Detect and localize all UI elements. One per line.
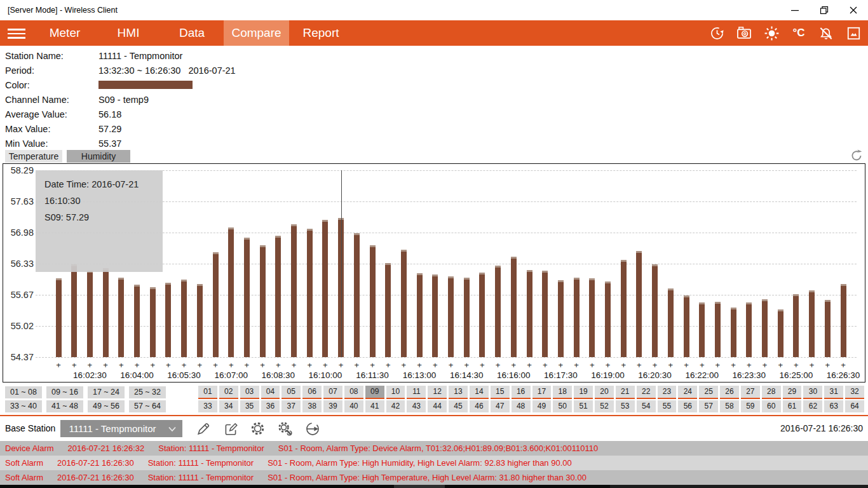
sync-arrow-icon[interactable] <box>304 420 321 437</box>
bar[interactable] <box>809 290 815 357</box>
bar[interactable] <box>213 252 219 357</box>
channel-10[interactable]: 10 <box>386 386 405 399</box>
channel-60[interactable]: 60 <box>762 400 781 412</box>
bar[interactable] <box>558 280 564 357</box>
channel-59[interactable]: 59 <box>741 400 760 412</box>
channel-23[interactable]: 23 <box>658 386 677 399</box>
bar[interactable] <box>181 280 187 357</box>
channel-39[interactable]: 39 <box>323 400 342 412</box>
channel-52[interactable]: 52 <box>595 400 614 412</box>
channel-51[interactable]: 51 <box>574 400 593 412</box>
channel-32[interactable]: 32 <box>845 386 864 399</box>
gear-wrench-icon[interactable] <box>276 420 294 437</box>
bar[interactable] <box>118 278 124 357</box>
alarm-mute-icon[interactable] <box>818 25 834 41</box>
bar[interactable] <box>684 295 689 357</box>
bar[interactable] <box>589 278 595 358</box>
bar[interactable] <box>228 227 234 357</box>
bar[interactable] <box>652 264 658 357</box>
bar[interactable] <box>825 300 831 357</box>
bar[interactable] <box>354 233 360 357</box>
bar[interactable] <box>715 302 721 357</box>
range-button-01~08[interactable]: 01 ~ 08 <box>5 386 42 398</box>
channel-03[interactable]: 03 <box>240 386 259 399</box>
channel-50[interactable]: 50 <box>553 400 572 412</box>
restore-button[interactable] <box>810 0 839 20</box>
channel-08[interactable]: 08 <box>344 386 363 399</box>
alarm-row[interactable]: Device Alarm2016-07-21 16:26:32Station: … <box>0 441 868 456</box>
channel-47[interactable]: 47 <box>491 400 510 412</box>
base-station-dropdown[interactable]: 11111 - Tempmonitor <box>60 420 182 437</box>
channel-29[interactable]: 29 <box>783 386 802 399</box>
channel-02[interactable]: 02 <box>219 386 238 399</box>
bar[interactable] <box>495 266 501 357</box>
channel-40[interactable]: 40 <box>344 400 363 412</box>
bar[interactable] <box>574 278 580 357</box>
bar[interactable] <box>432 274 438 358</box>
tab-humidity[interactable]: Humidity <box>67 150 130 163</box>
bar[interactable] <box>621 260 627 357</box>
channel-30[interactable]: 30 <box>803 386 822 399</box>
bar[interactable] <box>244 238 250 357</box>
channel-33[interactable]: 33 <box>198 400 217 412</box>
camera-icon[interactable] <box>736 25 752 41</box>
bar[interactable] <box>401 250 407 357</box>
channel-38[interactable]: 38 <box>302 400 322 412</box>
bar[interactable] <box>464 278 470 357</box>
minimize-button[interactable] <box>780 0 810 20</box>
channel-57[interactable]: 57 <box>699 400 718 412</box>
channel-37[interactable]: 37 <box>281 400 301 412</box>
channel-54[interactable]: 54 <box>637 400 656 412</box>
channel-11[interactable]: 11 <box>407 386 426 399</box>
bar[interactable] <box>746 302 752 357</box>
bar[interactable] <box>322 220 328 357</box>
channel-31[interactable]: 31 <box>824 386 843 399</box>
nav-tab-hmi[interactable]: HMI <box>97 20 160 46</box>
bar[interactable] <box>731 308 736 357</box>
bar[interactable] <box>385 263 391 357</box>
bar[interactable] <box>56 278 62 357</box>
channel-41[interactable]: 41 <box>365 400 384 412</box>
bar[interactable] <box>542 271 548 357</box>
sync-clock-icon[interactable] <box>709 25 725 41</box>
channel-26[interactable]: 26 <box>720 386 739 399</box>
channel-15[interactable]: 15 <box>491 386 510 399</box>
bar[interactable] <box>511 257 517 357</box>
pencil-icon[interactable] <box>194 420 212 437</box>
channel-24[interactable]: 24 <box>678 386 697 399</box>
range-button-25~32[interactable]: 25 ~ 32 <box>129 386 166 398</box>
channel-53[interactable]: 53 <box>616 400 635 412</box>
channel-01[interactable]: 01 <box>198 386 217 399</box>
bar[interactable] <box>778 309 783 357</box>
channel-16[interactable]: 16 <box>512 386 531 399</box>
bar[interactable] <box>605 281 611 357</box>
channel-17[interactable]: 17 <box>532 386 552 399</box>
channel-63[interactable]: 63 <box>824 400 843 412</box>
channel-09[interactable]: 09 <box>365 386 384 399</box>
range-button-09~16[interactable]: 09 ~ 16 <box>46 386 83 398</box>
range-button-49~56[interactable]: 49 ~ 56 <box>88 400 125 412</box>
channel-36[interactable]: 36 <box>261 400 280 412</box>
range-button-41~48[interactable]: 41 ~ 48 <box>46 400 83 412</box>
channel-46[interactable]: 46 <box>470 400 489 412</box>
channel-42[interactable]: 42 <box>386 400 405 412</box>
range-button-33~40[interactable]: 33 ~ 40 <box>5 400 42 412</box>
channel-06[interactable]: 06 <box>302 386 322 399</box>
chart-refresh-button[interactable] <box>849 149 863 163</box>
bar[interactable] <box>762 299 768 357</box>
bar[interactable] <box>370 245 376 357</box>
bar[interactable] <box>479 273 485 357</box>
channel-55[interactable]: 55 <box>658 400 677 412</box>
channel-35[interactable]: 35 <box>240 400 259 412</box>
channel-62[interactable]: 62 <box>803 400 822 412</box>
alarm-row[interactable]: Soft Alarm2016-07-21 16:26:30Station: 11… <box>0 470 868 485</box>
bar[interactable] <box>71 264 77 357</box>
channel-44[interactable]: 44 <box>428 400 447 412</box>
bar[interactable] <box>291 224 297 357</box>
bar[interactable] <box>417 273 423 357</box>
bar[interactable] <box>150 287 156 357</box>
channel-56[interactable]: 56 <box>678 400 697 412</box>
tab-temperature[interactable]: Temperature <box>5 150 62 163</box>
close-button[interactable] <box>839 0 868 20</box>
bar[interactable] <box>260 245 266 357</box>
